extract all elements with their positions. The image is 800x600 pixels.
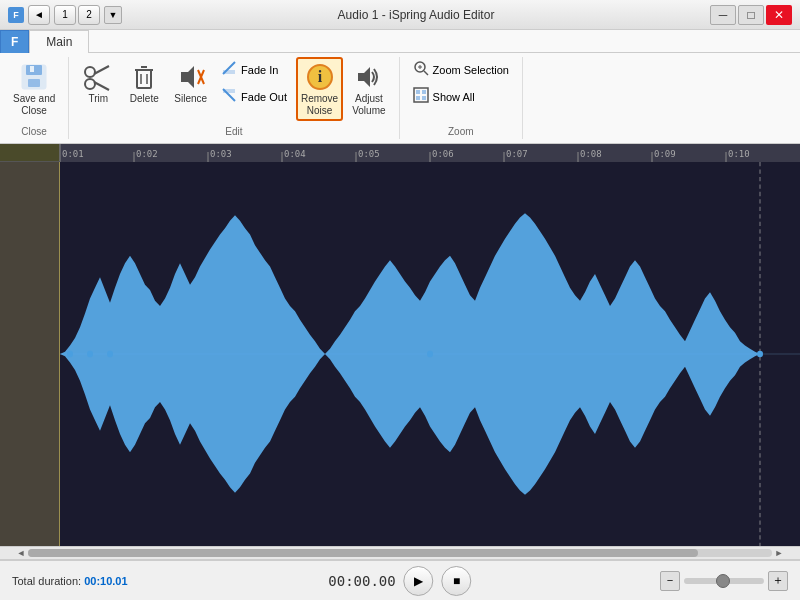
zoom-selection-button[interactable]: Zoom Selection (408, 57, 514, 82)
svg-text:0:09: 0:09 (654, 149, 676, 159)
tab-file-label: F (11, 35, 18, 49)
zoom-minus-icon: － (664, 572, 676, 589)
window-title: Audio 1 - iSpring Audio Editor (122, 8, 710, 22)
zoom-options-group: Zoom Selection (408, 57, 514, 109)
svg-point-56 (107, 351, 113, 357)
remove-noise-button[interactable]: i RemoveNoise (296, 57, 343, 121)
ribbon-group-close: Save andClose Close (0, 57, 69, 139)
silence-icon (175, 61, 207, 93)
total-duration-label: Total duration: (12, 575, 81, 587)
fade-out-label: Fade Out (241, 91, 287, 103)
total-duration-value: 00:10.01 (84, 575, 127, 587)
trim-button[interactable]: Trim (77, 57, 119, 109)
scrollbar-left-arrow[interactable]: ◄ (14, 546, 28, 560)
nav-back-button[interactable]: ◄ (28, 5, 50, 25)
silence-label: Silence (174, 93, 207, 105)
fade-in-label: Fade In (241, 64, 278, 76)
fade-in-button[interactable]: Fade In (216, 57, 292, 82)
zoom-slider-thumb[interactable] (716, 574, 730, 588)
remove-noise-label: RemoveNoise (301, 93, 338, 117)
nav-forward-button2[interactable]: 2 (78, 5, 100, 25)
adjust-volume-button[interactable]: AdjustVolume (347, 57, 390, 121)
svg-text:0:07: 0:07 (506, 149, 528, 159)
adjust-volume-label: AdjustVolume (352, 93, 385, 117)
show-all-label: Show All (433, 91, 475, 103)
svg-line-22 (424, 71, 428, 75)
delete-button[interactable]: Delete (123, 57, 165, 109)
save-close-label: Save andClose (13, 93, 55, 117)
zoom-slider-track[interactable] (684, 578, 764, 584)
tab-file[interactable]: F (0, 30, 29, 53)
trim-icon (82, 61, 114, 93)
ribbon-group-edit: Trim Delete (69, 57, 399, 139)
svg-text:0:10: 0:10 (728, 149, 750, 159)
svg-line-7 (94, 82, 109, 90)
waveform-display[interactable] (0, 162, 800, 546)
minimize-button[interactable]: ─ (710, 5, 736, 25)
svg-text:0:05: 0:05 (358, 149, 380, 159)
play-button[interactable]: ▶ (404, 566, 434, 596)
show-all-button[interactable]: Show All (408, 84, 514, 109)
timeline-ruler: 0:01 0:02 0:03 0:04 0:05 0:06 0:07 0:08 (0, 144, 800, 162)
maximize-button[interactable]: □ (738, 5, 764, 25)
silence-button[interactable]: Silence (169, 57, 212, 109)
fade-out-icon (221, 87, 237, 106)
scrollbar-right-arrow[interactable]: ► (772, 546, 786, 560)
app-icon: F (8, 7, 24, 23)
svg-point-58 (757, 351, 763, 357)
svg-rect-26 (416, 90, 420, 94)
titlebar: F ◄ 1 2 ▼ Audio 1 - iSpring Audio Editor… (0, 0, 800, 30)
svg-point-4 (85, 67, 95, 77)
save-close-icon (18, 61, 50, 93)
trim-label: Trim (88, 93, 108, 105)
ribbon-group-close-items: Save andClose (8, 57, 60, 121)
svg-text:i: i (317, 68, 322, 85)
timeline-marks: 0:01 0:02 0:03 0:04 0:05 0:06 0:07 0:08 (60, 144, 800, 162)
svg-text:0:03: 0:03 (210, 149, 232, 159)
save-close-button[interactable]: Save andClose (8, 57, 60, 121)
tab-main[interactable]: Main (29, 30, 89, 53)
scrollbar-thumb[interactable] (28, 549, 698, 557)
svg-rect-2 (28, 79, 40, 87)
ribbon-group-zoom-items: Zoom Selection (408, 57, 514, 121)
zoom-minus-button[interactable]: － (660, 571, 680, 591)
svg-point-5 (85, 79, 95, 89)
svg-rect-3 (30, 66, 34, 72)
waveform-canvas-area[interactable] (60, 162, 800, 546)
waveform-section: 0:01 0:02 0:03 0:04 0:05 0:06 0:07 0:08 (0, 144, 800, 600)
adjust-volume-icon (353, 61, 385, 93)
stop-button[interactable]: ■ (442, 566, 472, 596)
titlebar-controls: ─ □ ✕ (710, 5, 792, 25)
waveform-svg (60, 162, 800, 546)
ribbon-group-close-label: Close (21, 124, 47, 139)
fade-in-icon (221, 60, 237, 79)
scrollbar[interactable]: ◄ ► (0, 546, 800, 560)
svg-text:0:02: 0:02 (136, 149, 158, 159)
statusbar: Total duration: 00:10.01 00:00.00 ▶ ■ － (0, 560, 800, 600)
ribbon: F Main (0, 30, 800, 144)
svg-rect-29 (422, 96, 426, 100)
close-button[interactable]: ✕ (766, 5, 792, 25)
svg-line-6 (94, 66, 109, 74)
svg-text:0:04: 0:04 (284, 149, 306, 159)
zoom-slider: － ＋ (660, 571, 788, 591)
zoom-plus-icon: ＋ (772, 572, 784, 589)
timeline-offset (0, 144, 60, 161)
nav-forward-button[interactable]: 1 (54, 5, 76, 25)
zoom-selection-label: Zoom Selection (433, 64, 509, 76)
fade-out-button[interactable]: Fade Out (216, 84, 292, 109)
svg-point-54 (67, 351, 73, 357)
svg-marker-20 (358, 67, 370, 87)
ribbon-group-edit-label: Edit (225, 124, 242, 139)
svg-marker-13 (181, 66, 194, 88)
stop-icon: ■ (453, 574, 460, 588)
fade-group: Fade In Fade Out (216, 57, 292, 109)
scrollbar-track[interactable] (28, 549, 772, 557)
zoom-plus-button[interactable]: ＋ (768, 571, 788, 591)
selection-panel (0, 162, 60, 546)
svg-text:0:06: 0:06 (432, 149, 454, 159)
nav-dropdown-button[interactable]: ▼ (104, 6, 122, 24)
ribbon-tabs: F Main (0, 30, 800, 53)
zoom-selection-icon (413, 60, 429, 79)
total-duration: Total duration: 00:10.01 (12, 575, 128, 587)
